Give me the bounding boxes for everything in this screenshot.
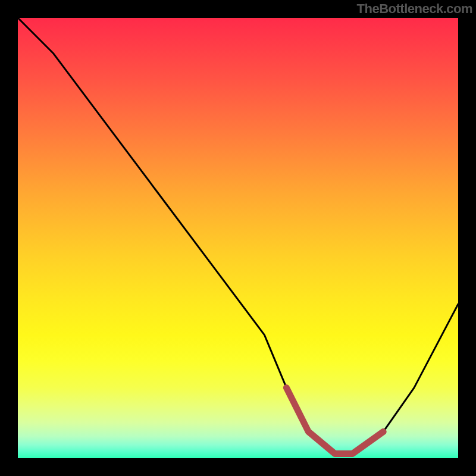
attribution-label: TheBottleneck.com [357, 1, 472, 17]
optimal-range-marker [286, 388, 383, 454]
plot-area [18, 18, 458, 458]
curve-overlay [18, 18, 458, 458]
chart-frame: TheBottleneck.com [0, 0, 476, 476]
bottleneck-curve [18, 18, 458, 454]
